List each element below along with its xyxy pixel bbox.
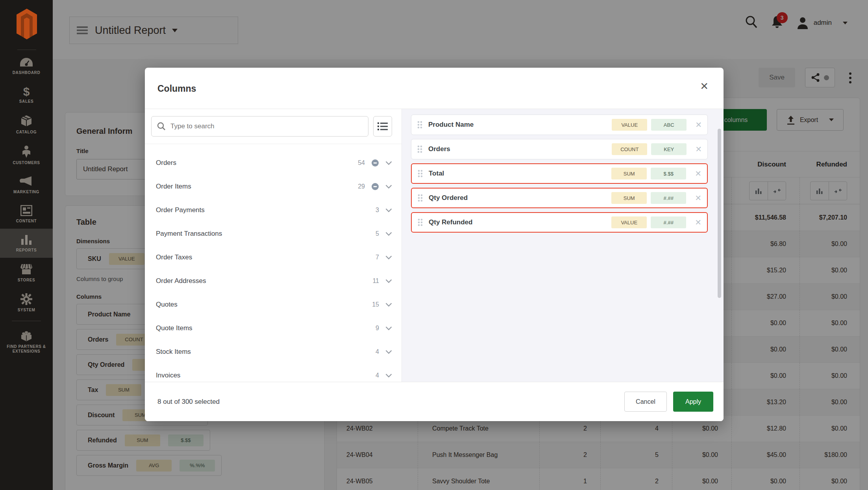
chevron-down-icon[interactable] <box>385 350 392 354</box>
search-divider <box>145 144 402 144</box>
format-badge[interactable]: #.## <box>651 216 686 228</box>
group-count: 11 <box>372 277 379 285</box>
remove-column-icon[interactable]: ✕ <box>695 218 701 227</box>
selected-columns-pane: Product Name VALUE ABC ✕ <box>402 109 724 382</box>
group-count: 15 <box>372 301 379 308</box>
group-count: 4 <box>376 348 379 355</box>
format-badge[interactable]: $.$$ <box>651 168 686 179</box>
group-count: 29 <box>358 183 365 190</box>
remove-column-icon[interactable]: ✕ <box>695 169 701 178</box>
chevron-down-icon[interactable] <box>385 232 392 236</box>
modal-title: Columns <box>157 83 196 94</box>
catalog-icon <box>20 115 33 127</box>
group-count: 4 <box>376 372 379 379</box>
sidebar-item-reports[interactable]: REPORTS <box>0 229 53 258</box>
content-icon <box>20 205 32 216</box>
group-count: 7 <box>376 254 379 261</box>
customers-icon <box>21 145 31 158</box>
aggregation-badge[interactable]: SUM <box>611 192 647 204</box>
aggregation-badge[interactable]: COUNT <box>612 143 647 155</box>
column-group-row[interactable]: Orders 54 <box>156 151 392 175</box>
partial-selected-icon <box>371 159 379 167</box>
admin-sidebar: DASHBOARD $ SALES CATALOG CUSTOMERS <box>0 0 53 490</box>
extensions-icon <box>20 330 33 342</box>
group-count: 54 <box>358 159 365 166</box>
chevron-down-icon[interactable] <box>385 279 392 283</box>
drag-handle-icon[interactable] <box>417 120 423 129</box>
apply-button[interactable]: Apply <box>673 392 713 412</box>
group-count: 9 <box>376 325 379 332</box>
column-group-row[interactable]: Order Addresses 11 <box>156 269 392 293</box>
column-group-row[interactable]: Invoices 4 <box>156 364 392 382</box>
stores-icon <box>20 263 33 275</box>
selection-status: 8 out of 300 selected <box>157 398 220 406</box>
selected-column-card[interactable]: Qty Refunded VALUE #.## ✕ <box>411 212 708 233</box>
sidebar-item-system[interactable]: SYSTEM <box>0 288 53 318</box>
chevron-down-icon[interactable] <box>385 185 392 189</box>
system-icon <box>20 293 32 305</box>
selected-columns-list: Product Name VALUE ABC ✕ <box>411 115 708 233</box>
selected-column-card[interactable]: Qty Ordered SUM #.## ✕ <box>411 188 708 208</box>
drag-handle-icon[interactable] <box>417 145 423 153</box>
column-group-list: Orders 54 Order Items <box>145 151 402 382</box>
sidebar-item-content[interactable]: CONTENT <box>0 200 53 229</box>
selected-column-card[interactable]: Total SUM $.$$ ✕ <box>411 163 708 184</box>
aggregation-badge[interactable]: SUM <box>611 168 647 179</box>
column-group-row[interactable]: Quotes 15 <box>156 293 392 316</box>
sidebar-item-stores[interactable]: STORES <box>0 258 53 288</box>
selected-column-card[interactable]: Orders COUNT KEY ✕ <box>411 139 708 159</box>
column-group-row[interactable]: Order Items 29 <box>156 175 392 198</box>
format-badge[interactable]: #.## <box>651 192 686 204</box>
marketing-icon <box>20 176 33 187</box>
columns-modal: Columns ✕ <box>145 68 724 421</box>
chevron-down-icon[interactable] <box>385 255 392 260</box>
format-badge[interactable]: ABC <box>651 119 687 131</box>
group-count: 5 <box>376 230 379 237</box>
column-group-row[interactable]: Payment Transactions 5 <box>156 222 392 246</box>
column-group-row[interactable]: Order Taxes 7 <box>156 246 392 269</box>
drag-handle-icon[interactable] <box>417 218 423 227</box>
group-count: 3 <box>376 207 379 214</box>
close-icon[interactable]: ✕ <box>700 81 709 91</box>
selected-column-card[interactable]: Product Name VALUE ABC ✕ <box>411 115 708 135</box>
scrollbar-thumb[interactable] <box>718 129 721 298</box>
magento-logo-icon[interactable] <box>17 9 37 43</box>
sidebar-item-marketing[interactable]: MARKETING <box>0 170 53 200</box>
reports-icon <box>20 234 32 245</box>
drag-handle-icon[interactable] <box>417 194 423 202</box>
search-icon <box>157 122 166 131</box>
format-badge[interactable]: KEY <box>651 143 687 155</box>
sidebar-item-customers[interactable]: CUSTOMERS <box>0 140 53 170</box>
search-field <box>151 116 368 137</box>
remove-column-icon[interactable]: ✕ <box>695 144 702 154</box>
aggregation-badge[interactable]: VALUE <box>612 119 647 131</box>
sidebar-item-find-partners[interactable]: FIND PARTNERS & EXTENSIONS <box>0 324 53 359</box>
sidebar-item-dashboard[interactable]: DASHBOARD <box>0 52 53 80</box>
column-group-row[interactable]: Order Payments 3 <box>156 198 392 222</box>
chevron-down-icon[interactable] <box>385 326 392 331</box>
cancel-button[interactable]: Cancel <box>624 392 667 412</box>
list-view-icon <box>378 122 388 131</box>
available-columns-pane: Orders 54 Order Items <box>145 109 402 382</box>
search-input[interactable] <box>170 122 363 130</box>
logo-divider <box>17 50 36 50</box>
sidebar-item-catalog[interactable]: CATALOG <box>0 109 53 140</box>
remove-column-icon[interactable]: ✕ <box>695 120 702 129</box>
sidebar-item-sales[interactable]: $ SALES <box>0 80 53 109</box>
remove-column-icon[interactable]: ✕ <box>695 193 701 203</box>
drag-handle-icon[interactable] <box>417 169 423 178</box>
column-group-row[interactable]: Quote Items 9 <box>156 316 392 340</box>
chevron-down-icon[interactable] <box>385 161 392 165</box>
partial-selected-icon <box>371 183 379 190</box>
aggregation-badge[interactable]: VALUE <box>611 216 647 228</box>
chevron-down-icon[interactable] <box>385 208 392 213</box>
chevron-down-icon[interactable] <box>385 374 392 378</box>
dashboard-icon <box>20 57 33 68</box>
sales-icon: $ <box>2 86 50 98</box>
sidebar-divider <box>12 321 41 321</box>
column-group-row[interactable]: Stock Items 4 <box>156 340 392 364</box>
list-view-button[interactable] <box>373 116 392 137</box>
chevron-down-icon[interactable] <box>385 303 392 307</box>
